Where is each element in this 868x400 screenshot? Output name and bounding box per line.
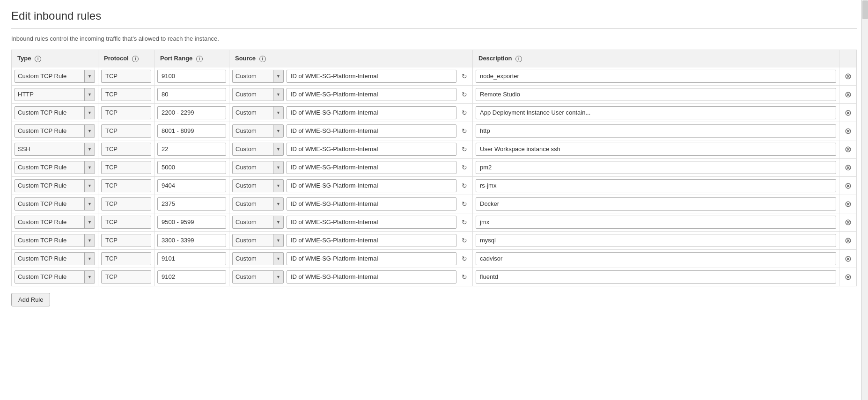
type-select[interactable]: Custom TCP Rule [15, 252, 95, 265]
refresh-icon[interactable]: ↻ [459, 108, 470, 118]
portrange-value[interactable]: 9404 [157, 179, 226, 192]
portrange-info-icon[interactable]: i [196, 56, 203, 62]
add-rule-button[interactable]: Add Rule [11, 293, 50, 306]
description-value[interactable]: pm2 [476, 161, 836, 174]
delete-button[interactable]: ⊗ [842, 180, 853, 191]
refresh-icon[interactable]: ↻ [459, 126, 470, 136]
type-dropdown-arrow[interactable] [84, 161, 95, 174]
source-type-select[interactable]: Custom [232, 270, 284, 284]
delete-button[interactable]: ⊗ [842, 217, 853, 228]
refresh-icon[interactable]: ↻ [459, 272, 470, 282]
description-value[interactable]: fluentd [476, 270, 836, 284]
description-value[interactable]: Docker [476, 197, 836, 211]
type-dropdown-arrow[interactable] [84, 216, 95, 229]
description-value[interactable]: Remote Studio [476, 88, 836, 101]
refresh-icon[interactable]: ↻ [459, 162, 470, 173]
portrange-value[interactable]: 2375 [157, 197, 226, 211]
type-select[interactable]: Custom TCP Rule [15, 197, 95, 211]
description-value[interactable]: http [476, 124, 836, 138]
source-id-value[interactable]: ID of WME-SG-Platform-Internal [287, 161, 456, 174]
scrollbar-thumb[interactable] [862, 0, 868, 19]
source-dropdown-arrow[interactable] [273, 143, 283, 156]
portrange-value[interactable]: 80 [157, 88, 226, 101]
source-dropdown-arrow[interactable] [273, 270, 283, 284]
refresh-icon[interactable]: ↻ [459, 181, 470, 191]
description-value[interactable]: jmx [476, 216, 836, 229]
type-select[interactable]: Custom TCP Rule [15, 161, 95, 174]
portrange-value[interactable]: 9102 [157, 270, 226, 284]
protocol-info-icon[interactable]: i [132, 56, 139, 62]
source-dropdown-arrow[interactable] [273, 234, 283, 247]
type-select[interactable]: Custom TCP Rule [15, 124, 95, 138]
delete-button[interactable]: ⊗ [842, 271, 853, 283]
source-dropdown-arrow[interactable] [273, 88, 283, 101]
description-value[interactable]: node_exporter [476, 70, 836, 83]
type-select[interactable]: Custom TCP Rule [15, 106, 95, 119]
description-value[interactable]: mysql [476, 234, 836, 247]
type-dropdown-arrow[interactable] [84, 70, 95, 83]
type-dropdown-arrow[interactable] [84, 143, 95, 156]
delete-button[interactable]: ⊗ [842, 162, 853, 173]
source-id-value[interactable]: ID of WME-SG-Platform-Internal [287, 252, 456, 265]
delete-button[interactable]: ⊗ [842, 235, 853, 246]
source-id-value[interactable]: ID of WME-SG-Platform-Internal [287, 124, 456, 138]
refresh-icon[interactable]: ↻ [459, 71, 470, 81]
source-type-select[interactable]: Custom [232, 216, 284, 229]
source-id-value[interactable]: ID of WME-SG-Platform-Internal [287, 143, 456, 156]
source-dropdown-arrow[interactable] [273, 179, 283, 192]
type-dropdown-arrow[interactable] [84, 197, 95, 211]
delete-button[interactable]: ⊗ [842, 71, 853, 82]
portrange-value[interactable]: 5000 [157, 161, 226, 174]
refresh-icon[interactable]: ↻ [459, 199, 470, 209]
delete-button[interactable]: ⊗ [842, 125, 853, 137]
scrollbar-track[interactable] [861, 0, 868, 316]
type-dropdown-arrow[interactable] [84, 179, 95, 192]
type-select[interactable]: Custom TCP Rule [15, 234, 95, 247]
type-select[interactable]: Custom TCP Rule [15, 179, 95, 192]
delete-button[interactable]: ⊗ [842, 198, 853, 210]
source-type-select[interactable]: Custom [232, 161, 284, 174]
type-dropdown-arrow[interactable] [84, 124, 95, 138]
source-dropdown-arrow[interactable] [273, 216, 283, 229]
portrange-value[interactable]: 2200 - 2299 [157, 106, 226, 119]
source-type-select[interactable]: Custom [232, 106, 284, 119]
refresh-icon[interactable]: ↻ [459, 144, 470, 154]
source-info-icon[interactable]: i [259, 56, 266, 62]
source-type-select[interactable]: Custom [232, 179, 284, 192]
source-type-select[interactable]: Custom [232, 88, 284, 101]
source-id-value[interactable]: ID of WME-SG-Platform-Internal [287, 70, 456, 83]
source-id-value[interactable]: ID of WME-SG-Platform-Internal [287, 88, 456, 101]
source-dropdown-arrow[interactable] [273, 161, 283, 174]
description-value[interactable]: cadvisor [476, 252, 836, 265]
type-select[interactable]: Custom TCP Rule [15, 70, 95, 83]
portrange-value[interactable]: 22 [157, 143, 226, 156]
description-value[interactable]: rs-jmx [476, 179, 836, 192]
delete-button[interactable]: ⊗ [842, 107, 853, 118]
source-id-value[interactable]: ID of WME-SG-Platform-Internal [287, 270, 456, 284]
refresh-icon[interactable]: ↻ [459, 89, 470, 100]
type-select[interactable]: HTTP [15, 88, 95, 101]
description-value[interactable]: App Deployment Instance User contain... [476, 106, 836, 119]
source-type-select[interactable]: Custom [232, 234, 284, 247]
source-type-select[interactable]: Custom [232, 197, 284, 211]
portrange-value[interactable]: 8001 - 8099 [157, 124, 226, 138]
type-dropdown-arrow[interactable] [84, 234, 95, 247]
type-select[interactable]: Custom TCP Rule [15, 270, 95, 284]
portrange-value[interactable]: 9101 [157, 252, 226, 265]
refresh-icon[interactable]: ↻ [459, 217, 470, 227]
source-dropdown-arrow[interactable] [273, 252, 283, 265]
delete-button[interactable]: ⊗ [842, 89, 853, 100]
type-select[interactable]: SSH [15, 143, 95, 156]
source-type-select[interactable]: Custom [232, 252, 284, 265]
type-dropdown-arrow[interactable] [84, 270, 95, 284]
source-id-value[interactable]: ID of WME-SG-Platform-Internal [287, 216, 456, 229]
source-dropdown-arrow[interactable] [273, 197, 283, 211]
delete-button[interactable]: ⊗ [842, 253, 853, 264]
source-id-value[interactable]: ID of WME-SG-Platform-Internal [287, 179, 456, 192]
type-select[interactable]: Custom TCP Rule [15, 216, 95, 229]
source-dropdown-arrow[interactable] [273, 70, 283, 83]
type-dropdown-arrow[interactable] [84, 252, 95, 265]
source-type-select[interactable]: Custom [232, 124, 284, 138]
refresh-icon[interactable]: ↻ [459, 235, 470, 246]
source-type-select[interactable]: Custom [232, 70, 284, 83]
